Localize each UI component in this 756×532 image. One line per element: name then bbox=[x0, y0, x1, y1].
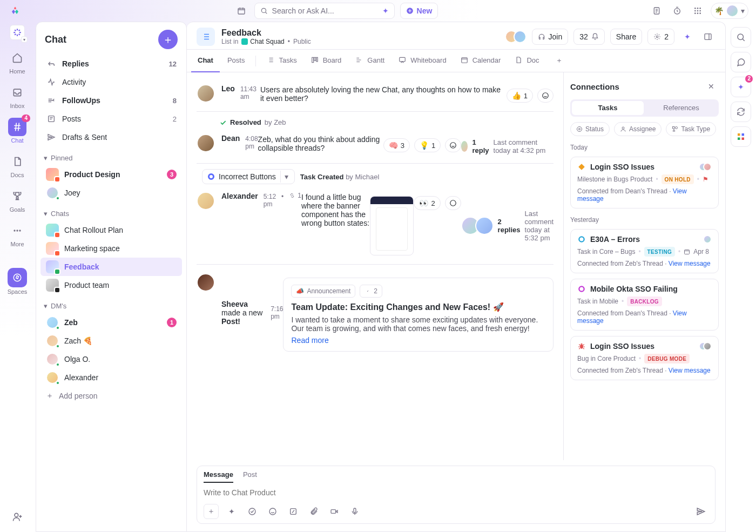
composer-add-button[interactable]: ＋ bbox=[204, 504, 219, 519]
chevron-down-icon[interactable]: ▾ bbox=[280, 171, 292, 183]
dm-zach[interactable]: Zach 🍕 bbox=[40, 332, 182, 350]
add-view-button[interactable]: ＋ bbox=[549, 50, 569, 72]
global-search[interactable]: Search or Ask AI... ✦ bbox=[254, 3, 395, 19]
post-card[interactable]: 📣Announcement 2 Team Update: Exciting Ch… bbox=[283, 278, 554, 352]
reaction-thumbsup[interactable]: 👍1 bbox=[507, 89, 533, 103]
chat-feedback[interactable]: Feedback bbox=[40, 258, 182, 276]
ai-assistant-icon[interactable]: 2✦ bbox=[731, 77, 751, 97]
view-calendar[interactable]: Calendar bbox=[454, 50, 508, 72]
nav-replies[interactable]: Replies 12 bbox=[40, 55, 182, 73]
read-more-link[interactable]: Read more bbox=[291, 336, 545, 345]
member-avatars[interactable] bbox=[505, 30, 526, 43]
announcement-chip[interactable]: 📣Announcement bbox=[291, 285, 355, 298]
add-reaction[interactable] bbox=[445, 196, 461, 210]
filter-tasktype[interactable]: Task Type bbox=[666, 122, 716, 136]
tab-tasks[interactable]: Tasks bbox=[572, 101, 644, 115]
connections-count-chip[interactable]: 2 bbox=[360, 285, 382, 298]
task-chip[interactable]: Incorrect Buttons ▾ bbox=[202, 169, 295, 184]
new-chat-button[interactable]: ＋ bbox=[158, 30, 178, 49]
comment-icon[interactable] bbox=[731, 52, 751, 72]
invite-person-icon[interactable] bbox=[10, 509, 25, 524]
chat-product-team[interactable]: Product team bbox=[40, 276, 182, 294]
reaction-bulb[interactable]: 💡1 bbox=[414, 138, 441, 152]
panel-toggle-icon[interactable] bbox=[700, 29, 716, 44]
automations-button[interactable]: 2 bbox=[647, 29, 674, 45]
thread-summary[interactable]: 2 replies Last comment today at 5:32 pm bbox=[461, 196, 554, 255]
dm-alexander[interactable]: Alexander bbox=[40, 368, 182, 387]
nav-activity[interactable]: Activity bbox=[40, 73, 182, 91]
pinned-joey[interactable]: Joey bbox=[40, 184, 182, 202]
section-dms[interactable]: ▾ DM's bbox=[36, 294, 186, 313]
connection-card[interactable]: E30A – Errors Task in Core – Bugs• TESTI… bbox=[570, 229, 719, 273]
chat-rollout[interactable]: Chat Rollout Plan bbox=[40, 221, 182, 239]
rail-inbox[interactable]: Inbox bbox=[2, 80, 32, 112]
rail-more[interactable]: More bbox=[2, 218, 32, 251]
section-pinned[interactable]: ▾ Pinned bbox=[36, 146, 186, 165]
workspace-switcher[interactable]: ▾ bbox=[10, 25, 25, 40]
connection-card[interactable]: Login SSO Issues Milestone in Bugs Produ… bbox=[570, 157, 719, 208]
rail-docs[interactable]: Docs bbox=[2, 149, 32, 181]
reaction-brain[interactable]: 🧠3 bbox=[383, 138, 410, 152]
reaction-eyes[interactable]: 👀2 bbox=[414, 196, 440, 210]
ai-sparkle-icon[interactable]: ✦ bbox=[224, 504, 239, 519]
timer-icon[interactable] bbox=[670, 3, 685, 18]
mic-icon[interactable] bbox=[347, 504, 362, 519]
members-count[interactable]: 32 bbox=[573, 29, 605, 45]
slash-command-icon[interactable] bbox=[286, 504, 301, 519]
filter-status[interactable]: Status bbox=[570, 122, 610, 136]
view-gantt[interactable]: Gantt bbox=[349, 50, 391, 72]
share-button[interactable]: Share bbox=[610, 29, 642, 45]
calendar-icon[interactable] bbox=[234, 3, 249, 18]
user-menu[interactable]: 🌴 ▾ bbox=[711, 3, 748, 19]
add-reaction[interactable] bbox=[445, 138, 461, 152]
connection-card[interactable]: Login SSO Issues Bug in Core Product• DE… bbox=[570, 336, 719, 380]
notepad-icon[interactable] bbox=[649, 3, 664, 18]
dm-olga[interactable]: Olga O. bbox=[40, 350, 182, 368]
emoji-icon[interactable] bbox=[265, 504, 280, 519]
thread-summary[interactable]: 1 reply Last comment today at 4:32 pm bbox=[461, 138, 554, 154]
apps-icon[interactable] bbox=[731, 126, 751, 147]
section-chats[interactable]: ▾ Chats bbox=[36, 202, 186, 221]
view-tasks[interactable]: Tasks bbox=[260, 50, 303, 72]
join-button[interactable]: Join bbox=[532, 29, 569, 45]
nav-followups[interactable]: FollowUps 8 bbox=[40, 91, 182, 110]
composer-input[interactable] bbox=[204, 486, 708, 502]
composer-tab-post[interactable]: Post bbox=[243, 470, 257, 483]
connection-card[interactable]: Mobile Okta SSO Failing Task in Mobile• … bbox=[570, 279, 719, 331]
nav-drafts[interactable]: Drafts & Sent bbox=[40, 128, 182, 146]
dm-zeb[interactable]: Zeb 1 bbox=[40, 313, 182, 332]
view-whiteboard[interactable]: Whiteboard bbox=[392, 50, 453, 72]
space-chip[interactable]: Chat Squad bbox=[241, 38, 284, 45]
rail-goals[interactable]: Goals bbox=[2, 184, 32, 216]
nav-posts[interactable]: Posts 2 bbox=[40, 110, 182, 128]
rail-home[interactable]: Home bbox=[2, 45, 32, 78]
rail-spaces[interactable]: Spaces bbox=[2, 265, 32, 298]
task-icon[interactable] bbox=[245, 504, 260, 519]
sync-icon[interactable] bbox=[731, 102, 751, 122]
pinned-product-design[interactable]: Product Design 3 bbox=[40, 165, 182, 184]
view-posts[interactable]: Posts bbox=[221, 50, 252, 72]
filter-assignee[interactable]: Assignee bbox=[614, 122, 662, 136]
apps-grid-icon[interactable] bbox=[690, 3, 705, 18]
add-person[interactable]: ＋ Add person bbox=[40, 387, 182, 405]
close-icon[interactable]: ✕ bbox=[704, 79, 719, 94]
send-button[interactable] bbox=[693, 504, 708, 519]
view-chat[interactable]: Chat bbox=[191, 50, 220, 72]
view-doc[interactable]: Doc bbox=[508, 50, 545, 72]
new-button[interactable]: New bbox=[400, 3, 438, 19]
view-message-link[interactable]: View message bbox=[669, 367, 711, 374]
app-logo[interactable] bbox=[8, 3, 23, 18]
attachment-icon[interactable] bbox=[306, 504, 321, 519]
composer-tab-message[interactable]: Message bbox=[204, 470, 233, 483]
view-board[interactable]: Board bbox=[305, 50, 348, 72]
search-icon[interactable] bbox=[731, 27, 751, 48]
tab-references[interactable]: References bbox=[645, 101, 717, 115]
attachment-image[interactable] bbox=[370, 196, 414, 255]
connections-inline[interactable]: 1 bbox=[289, 192, 301, 199]
add-reaction[interactable] bbox=[537, 89, 554, 103]
ai-sparkle-icon[interactable]: ✦ bbox=[680, 29, 695, 44]
rail-chat[interactable]: 4 Chat bbox=[2, 115, 32, 147]
view-message-link[interactable]: View message bbox=[669, 260, 711, 267]
video-icon[interactable] bbox=[327, 504, 342, 519]
chat-marketing[interactable]: Marketing space bbox=[40, 239, 182, 258]
